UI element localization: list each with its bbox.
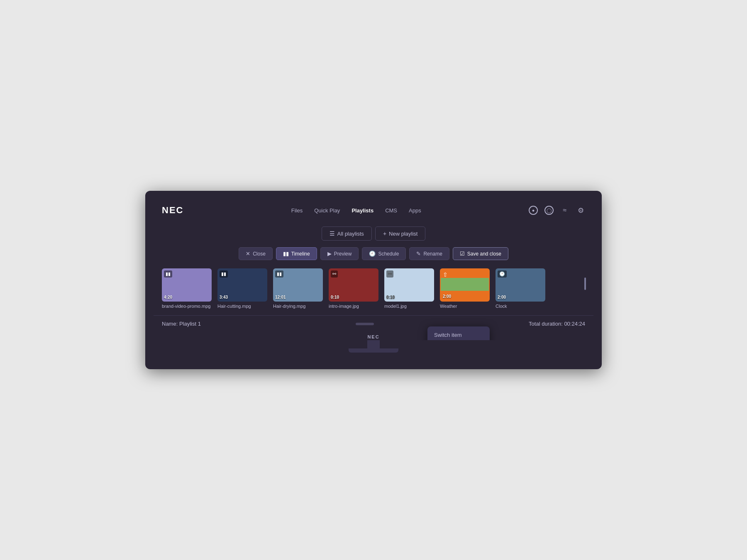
scroll-handle[interactable] — [356, 323, 374, 325]
timeline-button[interactable]: ▮▮ Timeline — [276, 247, 317, 260]
media-card-5[interactable]: ⇧ 2:00 Weather — [440, 268, 490, 309]
wifi-icon[interactable]: ≈ — [560, 206, 569, 215]
globe-icon[interactable]: ◯ — [544, 206, 554, 215]
total-duration: Total duration: 00:24:24 — [529, 321, 585, 327]
person-icon[interactable]: ● — [529, 206, 538, 215]
save-icon: ☑ — [460, 251, 465, 257]
close-button[interactable]: ✕ Close — [239, 247, 273, 260]
weather-icon: ⇧ — [443, 271, 448, 278]
duration-1: 3:43 — [220, 295, 228, 299]
duration-5: 2:00 — [443, 294, 451, 299]
schedule-button[interactable]: 🕘 Schedule — [362, 247, 406, 260]
media-name-1: Hair-cutting.mpg — [217, 304, 267, 309]
playlist-name: Name: Playlist 1 — [162, 321, 201, 327]
duration-0: 4:20 — [164, 295, 172, 299]
nav-files[interactable]: Files — [291, 207, 303, 214]
video-icon-2: ▮▮ — [275, 270, 283, 278]
top-nav: NEC Files Quick Play Playlists CMS Apps … — [154, 199, 593, 222]
media-name-3: intro-image.jpg — [329, 304, 378, 309]
stand-neck — [367, 340, 380, 348]
nav-quickplay[interactable]: Quick Play — [314, 207, 340, 214]
edit-icon: ✎ — [416, 251, 421, 257]
stand-base — [349, 348, 398, 353]
media-name-0: brand-video-promo.mpg — [162, 304, 212, 309]
add-icon: + — [383, 230, 386, 237]
play-icon: ▶ — [327, 251, 332, 257]
preview-button[interactable]: ▶ Preview — [320, 247, 359, 260]
schedule-icon: 🕘 — [369, 251, 376, 257]
save-close-button[interactable]: ☑ Save and close — [453, 247, 508, 260]
media-name-6: Clock — [496, 304, 545, 309]
playlist-tabs: ☰ All playlists + New playlist — [154, 222, 593, 243]
media-card-1[interactable]: ▮▮ 3:43 Hair-cutting.mpg — [217, 268, 267, 309]
image-icon-4: ⚯ — [386, 270, 393, 278]
context-menu: Switch item Duration 03:00 + − Reorder — [427, 326, 490, 340]
video-icon-0: ▮▮ — [164, 270, 172, 278]
video-icon-1: ▮▮ — [220, 270, 228, 278]
nav-links: Files Quick Play Playlists CMS Apps — [291, 207, 421, 214]
image-icon-3: ⚯ — [331, 270, 338, 278]
duration-6: 2:00 — [498, 295, 506, 299]
close-icon: ✕ — [246, 251, 250, 257]
media-grid: ▮▮ 4:20 brand-video-promo.mpg ▮▮ 3:43 Ha… — [154, 268, 593, 315]
nav-apps[interactable]: Apps — [409, 207, 421, 214]
gear-icon[interactable]: ⚙ — [576, 206, 585, 215]
media-name-4: model1.jpg — [384, 304, 434, 309]
clock-icon: 🕐 — [498, 270, 507, 278]
all-playlists-tab[interactable]: ☰ All playlists — [322, 226, 372, 241]
scrollbar-thumb[interactable] — [584, 278, 586, 290]
nav-cms[interactable]: CMS — [385, 207, 397, 214]
bottom-bar: Name: Playlist 1 Total duration: 00:24:2… — [154, 315, 593, 332]
rename-button[interactable]: ✎ Rename — [409, 247, 449, 260]
nav-icons: ● ◯ ≈ ⚙ — [529, 206, 585, 215]
duration-4: 0:10 — [386, 295, 395, 299]
media-card-4[interactable]: ⚯ 0:10 model1.jpg — [384, 268, 434, 309]
media-card-2[interactable]: ▮▮ 12:01 Hair-drying.mpg — [273, 268, 323, 309]
monitor-stand — [154, 340, 593, 353]
media-card-0[interactable]: ▮▮ 4:20 brand-video-promo.mpg — [162, 268, 212, 309]
media-name-2: Hair-drying.mpg — [273, 304, 323, 309]
media-card-3[interactable]: ⚯ 0:10 intro-image.jpg — [329, 268, 378, 309]
nav-playlists[interactable]: Playlists — [352, 207, 374, 214]
media-name-5: Weather — [440, 304, 490, 309]
timeline-icon: ▮▮ — [283, 251, 289, 257]
context-switch-item[interactable]: Switch item — [427, 328, 490, 340]
list-icon: ☰ — [330, 230, 335, 237]
toolbar: ✕ Close ▮▮ Timeline ▶ Preview 🕘 Schedule… — [154, 243, 593, 268]
duration-3: 0:10 — [331, 295, 339, 299]
media-card-6[interactable]: 🕐 2:00 Clock — [496, 268, 545, 309]
logo: NEC — [162, 205, 183, 216]
duration-2: 12:01 — [275, 295, 286, 299]
new-playlist-tab[interactable]: + New playlist — [375, 226, 426, 241]
nec-footer: NEC — [154, 332, 593, 340]
